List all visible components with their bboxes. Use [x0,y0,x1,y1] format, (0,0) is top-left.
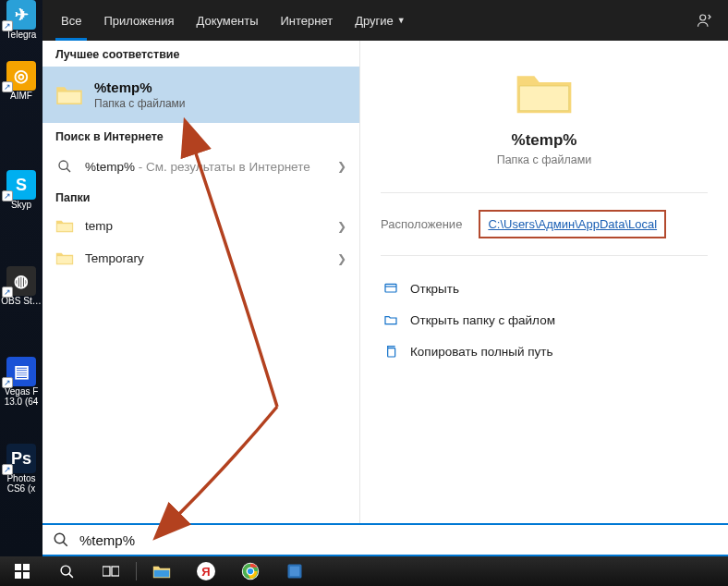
folder-result-item[interactable]: Temporary ❯ [42,242,359,275]
svg-rect-8 [23,564,30,570]
svg-point-17 [247,568,254,575]
location-label: Расположение [381,217,462,231]
web-search-header: Поиск в Интернете [42,123,359,149]
svg-rect-9 [15,572,21,579]
start-button[interactable] [0,556,44,586]
taskbar-app-explorer[interactable] [140,556,184,586]
desktop-shortcut[interactable]: ✈↗Telegra [0,0,42,40]
search-tabs: Все Приложения Документы Интернет Другие… [42,0,728,41]
detail-subtitle: Папка с файлами [497,153,592,166]
best-match-header: Лучшее соответствие [42,41,359,67]
task-view-icon [103,565,119,578]
chevron-right-icon: ❯ [337,220,346,233]
svg-point-0 [700,15,706,20]
taskbar: Я [0,556,728,586]
folder-name: temp [85,219,113,233]
location-link[interactable]: C:\Users\Админ\AppData\Local [479,210,666,238]
results-list: Лучшее соответствие %temp% Папка с файла… [42,41,360,556]
action-open[interactable]: Открыть [381,273,708,304]
taskbar-app-generic[interactable] [273,556,317,586]
chevron-down-icon: ▼ [397,16,406,25]
tab-label: Документы [196,14,258,28]
tab-label: Интернет [280,14,333,28]
folders-header: Папки [42,184,359,210]
search-input[interactable] [79,532,719,548]
svg-rect-7 [15,564,21,570]
svg-line-6 [63,542,67,546]
search-icon [55,157,74,176]
shortcut-arrow-icon: ↗ [2,464,13,475]
tab-all[interactable]: Все [50,0,92,41]
folder-icon [152,564,171,580]
action-label: Копировать полный путь [410,345,553,359]
tab-docs[interactable]: Документы [185,0,269,41]
svg-point-5 [55,533,65,543]
folder-result-item[interactable]: temp ❯ [42,210,359,242]
best-match-item[interactable]: %temp% Папка с файлами [42,67,359,123]
shortcut-label: Skyp [11,200,31,210]
action-label: Открыть папку с файлом [410,313,555,327]
tab-web[interactable]: Интернет [269,0,344,41]
tab-label: Другие [355,14,394,28]
search-button[interactable] [44,556,89,586]
tab-label: Все [61,14,81,28]
shortcut-label: AIMF [10,91,32,101]
shortcut-arrow-icon: ↗ [2,190,13,201]
svg-rect-14 [112,567,119,576]
desktop-shortcut[interactable]: Ps↗PhotosCS6 (x [0,444,42,494]
desktop-shortcut[interactable]: ◎↗AIMF [0,61,42,101]
feedback-icon[interactable] [695,10,715,31]
web-hint: - См. результаты в Интернете [135,160,310,174]
folder-icon [515,68,574,118]
folder-name: Temporary [85,251,144,265]
tab-apps[interactable]: Приложения [92,0,185,41]
action-copy-path[interactable]: Копировать полный путь [381,336,708,367]
search-icon [59,564,75,580]
separator [381,192,708,193]
windows-icon [15,564,30,579]
svg-rect-13 [103,567,110,576]
chevron-right-icon: ❯ [337,160,346,173]
shortcut-label: CS6 (x [7,483,36,494]
web-query: %temp% [85,160,135,174]
svg-rect-3 [385,284,396,292]
best-match-title: %temp% [94,79,186,95]
chevron-right-icon: ❯ [337,252,346,265]
shortcut-arrow-icon: ↗ [2,20,13,31]
desktop-background: ✈↗Telegra◎↗AIMFS↗Skyp◍↗OBS St…▤↗Vegas F1… [0,0,42,556]
search-bar[interactable] [42,523,728,556]
search-results-panel: Все Приложения Документы Интернет Другие… [42,0,728,556]
folder-open-icon [382,311,399,328]
search-icon [52,531,70,549]
svg-rect-4 [388,348,395,357]
task-view-button[interactable] [89,556,133,586]
detail-pane: %temp% Папка с файлами Расположение C:\U… [360,41,728,556]
web-search-item[interactable]: %temp% - См. результаты в Интернете ❯ [42,149,359,184]
action-label: Открыть [410,282,459,296]
action-open-location[interactable]: Открыть папку с файлом [381,304,708,336]
shortcut-arrow-icon: ↗ [2,377,13,388]
desktop-shortcut[interactable]: ◍↗OBS St… [0,266,42,306]
shortcut-arrow-icon: ↗ [2,287,13,298]
copy-icon [382,343,399,360]
folder-icon [55,83,83,107]
svg-line-12 [68,573,72,577]
svg-rect-19 [290,567,300,577]
shortcut-arrow-icon: ↗ [2,81,13,92]
tab-more[interactable]: Другие▼ [344,0,417,41]
chrome-icon [241,562,260,580]
svg-point-11 [61,566,70,575]
tab-label: Приложения [103,14,174,28]
svg-point-1 [59,161,67,169]
separator [381,255,708,256]
open-icon [382,280,399,297]
taskbar-app-yandex[interactable]: Я [184,556,228,586]
svg-line-2 [67,168,70,172]
yandex-icon: Я [197,562,215,580]
desktop-shortcut[interactable]: S↗Skyp [0,170,42,210]
taskbar-app-chrome[interactable] [228,556,273,586]
svg-rect-10 [23,572,30,579]
folder-icon [55,218,74,234]
desktop-shortcut[interactable]: ▤↗Vegas F13.0 (64 [0,357,42,407]
folder-icon [55,250,74,266]
